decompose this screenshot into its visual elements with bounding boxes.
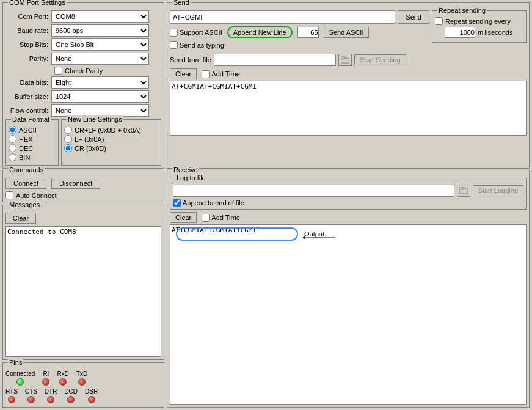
pin-ri-label: RI (43, 370, 49, 377)
parity-label: Parity: (5, 55, 51, 62)
output-label: Output (304, 230, 324, 238)
commands-panel: Commands Connect Disconnect Auto Connect (2, 170, 164, 202)
pin-cts: CTS (25, 388, 37, 403)
add-time-text: Add Time (211, 70, 239, 78)
repeat-checkbox[interactable] (435, 17, 443, 25)
buffer-size-select[interactable]: 1024 (51, 90, 149, 103)
pin-cts-label: CTS (25, 388, 37, 395)
hex-label: HEX (19, 136, 33, 143)
pin-ri: RI (42, 370, 49, 386)
com-port-title: COM Port Settings (8, 0, 67, 6)
svg-rect-1 (341, 56, 344, 59)
commands-title: Commands (8, 166, 45, 174)
send-button[interactable]: Send (398, 10, 429, 24)
pin-connected: Connected (5, 370, 35, 386)
pin-txd: TxD (76, 370, 87, 386)
log-to-file-panel: Log to file Start Logging Append to end … (170, 178, 527, 210)
size-input[interactable] (297, 27, 319, 38)
bin-radio[interactable] (9, 153, 16, 161)
pin-txd-label: TxD (76, 370, 87, 377)
parity-select[interactable]: None (51, 53, 149, 65)
disable-arrow (517, 62, 532, 99)
pin-rts-label: RTS (5, 388, 18, 395)
flow-control-label: Flow control: (5, 107, 51, 114)
start-sending-button[interactable]: Start Sending (354, 54, 406, 65)
append-to-file-checkbox[interactable] (173, 199, 181, 207)
millis-input[interactable] (445, 27, 475, 38)
pin-dcd: DCD (64, 388, 78, 403)
repeat-title: Repeat sending (437, 7, 487, 14)
add-time-checkbox[interactable] (202, 70, 210, 78)
stop-bits-label: Stop Bits: (5, 41, 51, 48)
send-input[interactable] (170, 10, 395, 24)
send-as-typing-checkbox[interactable] (170, 41, 178, 49)
support-ascii-checkbox[interactable] (170, 29, 178, 37)
cr-radio[interactable] (64, 144, 72, 152)
log-browse-button[interactable] (457, 185, 470, 197)
send-as-typing-text: Send as typing (180, 42, 224, 49)
pin-dtr: DTR (45, 388, 57, 403)
repeat-every-label: Repeat sending every (445, 18, 511, 25)
messages-panel: Messages Clear Connected to COM8 (2, 205, 164, 360)
send-from-file-input[interactable] (214, 54, 336, 66)
dec-radio[interactable] (9, 144, 16, 152)
receive-clear-button[interactable]: Clear (170, 212, 197, 223)
pin-rxd: RxD (57, 370, 68, 386)
pin-dsr-label: DSR (85, 388, 98, 395)
crlf-label: CR+LF (0x0D + 0x0A) (75, 126, 141, 134)
append-to-file-label[interactable]: Append to end of file (173, 199, 523, 207)
hex-radio[interactable] (9, 135, 16, 143)
baud-rate-select[interactable]: 9600 bps (51, 24, 149, 37)
newline-panel: New Line Settings CR+LF (0x0D + 0x0A) LF… (61, 119, 161, 166)
data-bits-select[interactable]: Eight (51, 76, 149, 89)
append-new-line-button[interactable]: Append New Line (227, 26, 293, 38)
send-from-file-label: Send from file (170, 56, 211, 64)
com-port-panel: COM Port Settings Com Port: COM8 Baud ra… (2, 2, 164, 169)
messages-clear-button[interactable]: Clear (5, 213, 36, 224)
newline-title: New Line Settings (67, 115, 123, 123)
send-title: Send (172, 0, 191, 6)
file-browse-button[interactable] (338, 54, 352, 66)
send-as-typing-label[interactable]: Send as typing (170, 41, 429, 49)
log-file-input[interactable] (173, 185, 454, 197)
pin-dtr-label: DTR (45, 388, 57, 395)
connect-button[interactable]: Connect (5, 178, 46, 189)
receive-add-time-label[interactable]: Add Time (202, 214, 239, 222)
stop-bits-select[interactable]: One Stop Bit (51, 38, 149, 51)
com-port-select[interactable]: COM8 (51, 10, 149, 23)
dec-label: DEC (19, 145, 33, 152)
cr-label: CR (0x0D) (75, 145, 106, 152)
check-parity-checkbox[interactable] (54, 67, 62, 75)
receive-textarea[interactable]: AT+CGMIAT+CGMIAT+CGMI (170, 224, 527, 405)
buffer-size-label: Buffer size: (5, 93, 51, 100)
data-format-panel: Data Format ASCII HEX DEC BIN (5, 119, 59, 166)
pin-dcd-label: DCD (64, 388, 78, 395)
add-time-check-label[interactable]: Add Time (202, 70, 239, 78)
pin-dtr-led (47, 396, 54, 403)
send-ascii-button[interactable]: Send ASCII (324, 27, 370, 38)
auto-connect-checkbox[interactable] (5, 191, 13, 199)
messages-textarea[interactable]: Connected to COM8 (5, 226, 161, 357)
messages-title: Messages (8, 201, 41, 208)
check-parity-label: Check Parity (65, 67, 103, 75)
lf-radio[interactable] (64, 135, 72, 143)
svg-rect-3 (459, 187, 463, 189)
start-logging-button[interactable]: Start Logging (473, 185, 523, 196)
pin-dcd-led (67, 396, 75, 403)
auto-connect-label: Auto Connect (16, 192, 57, 199)
data-bits-label: Data bits: (5, 79, 51, 86)
flow-control-select[interactable]: None (51, 104, 149, 117)
support-ascii-check-label[interactable]: Support ASCII (170, 29, 222, 37)
receive-add-time-checkbox[interactable] (202, 214, 210, 222)
send-clear-button[interactable]: Clear (170, 68, 197, 79)
com-port-label: Com Port: (5, 13, 51, 20)
millis-label: miliseconds (478, 29, 512, 36)
crlf-radio[interactable] (64, 126, 72, 134)
pin-ri-led (42, 378, 49, 386)
send-textarea[interactable]: AT+CGMIAT+CGMIAT+CGMI (170, 81, 527, 136)
baud-rate-label: Baud rate: (5, 27, 51, 34)
disconnect-button[interactable]: Disconnect (51, 178, 100, 189)
receive-add-time-text: Add Time (211, 214, 239, 221)
ascii-label: ASCII (19, 126, 37, 134)
ascii-radio[interactable] (9, 126, 16, 134)
